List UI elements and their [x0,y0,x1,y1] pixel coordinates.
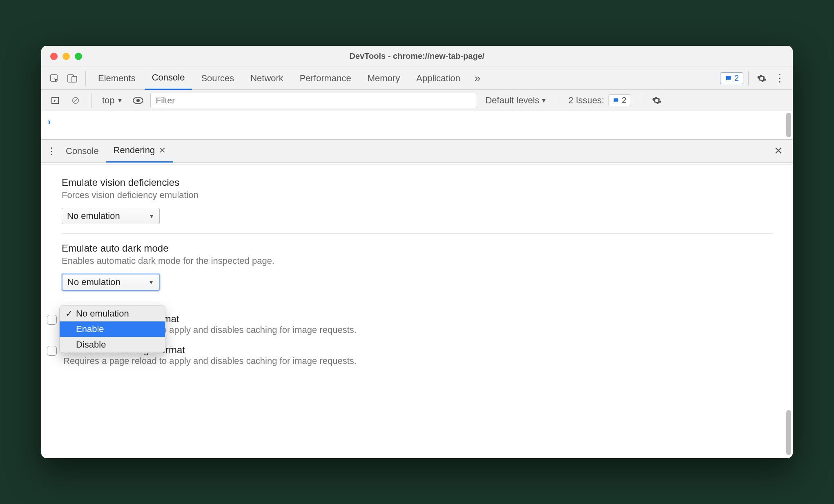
clear-console-icon[interactable] [67,92,84,109]
tab-memory[interactable]: Memory [360,67,407,90]
more-tabs-icon[interactable]: » [469,70,486,87]
section-image-formats: Disable AVIF image format Requires a pag… [62,300,772,379]
window-title: DevTools - chrome://new-tab-page/ [41,51,793,61]
console-prompt-icon: › [48,117,51,127]
tab-console[interactable]: Console [145,67,192,90]
device-toolbar-icon[interactable] [64,70,80,87]
console-sidebar-toggle-icon[interactable] [47,92,63,109]
log-levels-selector[interactable]: Default levels ▼ [481,95,551,106]
section-auto-dark-mode: Emulate auto dark mode Enables automatic… [62,234,772,300]
tab-performance[interactable]: Performance [292,67,359,90]
svg-line-5 [74,98,78,103]
drawer-tab-rendering[interactable]: Rendering ✕ [106,140,174,163]
live-expression-icon[interactable] [130,92,146,109]
separator [85,71,86,86]
drawer-tabstrip: ⋮ Console Rendering ✕ ✕ [41,140,793,163]
rendering-panel: Emulate vision deficiencies Forces visio… [41,163,793,458]
errors-count: 2 [734,74,739,83]
drawer-menu-icon[interactable]: ⋮ [45,145,58,157]
context-selector[interactable]: top ▼ [99,95,126,106]
tab-network[interactable]: Network [243,67,291,90]
chevron-down-icon: ▼ [117,97,123,104]
tab-elements[interactable]: Elements [91,67,143,90]
filter-input[interactable] [150,93,477,108]
chevron-down-icon: ▼ [148,279,154,285]
section-title: Emulate auto dark mode [62,243,772,254]
dropdown-option-no-emulation[interactable]: No emulation [60,306,165,321]
scrollbar-thumb[interactable] [786,410,791,455]
issues-link[interactable]: 2 Issues: 2 [566,94,633,106]
tab-application[interactable]: Application [409,67,468,90]
console-settings-icon[interactable] [649,96,665,105]
chevron-down-icon: ▼ [149,213,154,219]
dropdown-option-enable[interactable]: Enable [60,321,165,337]
chevron-down-icon: ▼ [541,97,547,104]
disable-webp-checkbox[interactable] [47,346,57,356]
svg-rect-2 [72,76,77,82]
vision-emulation-select[interactable]: No emulation ▼ [62,208,160,224]
section-desc: Forces vision deficiency emulation [62,190,772,201]
section-desc: Enables automatic dark mode for the insp… [62,256,772,266]
drawer-tab-console[interactable]: Console [58,140,106,163]
console-toolbar: top ▼ Default levels ▼ 2 Issues: 2 [41,90,793,111]
traffic-lights [41,53,82,60]
dark-mode-select[interactable]: No emulation ▼ [62,274,160,291]
close-drawer-icon[interactable]: ✕ [774,145,789,157]
close-window-button[interactable] [50,53,58,60]
separator [641,93,641,108]
titlebar: DevTools - chrome://new-tab-page/ [41,46,793,67]
tab-sources[interactable]: Sources [194,67,241,90]
separator [748,71,749,86]
main-tabstrip: Elements Console Sources Network Perform… [41,67,793,90]
svg-point-7 [136,99,140,102]
dropdown-option-disable[interactable]: Disable [60,337,165,352]
more-menu-icon[interactable]: ⋮ [772,72,788,85]
zoom-window-button[interactable] [75,53,82,60]
console-output[interactable]: › [41,111,793,140]
devtools-window: DevTools - chrome://new-tab-page/ Elemen… [41,46,793,458]
close-tab-icon[interactable]: ✕ [159,145,166,155]
minimize-window-button[interactable] [62,53,70,60]
separator [558,93,558,108]
errors-badge[interactable]: 2 [720,72,743,84]
section-vision-deficiencies: Emulate vision deficiencies Forces visio… [62,168,772,234]
separator [91,93,91,108]
dark-mode-dropdown: No emulation Enable Disable [59,306,165,353]
settings-icon[interactable] [754,74,770,83]
checkbox-desc: Requires a page reload to apply and disa… [63,356,357,366]
section-title: Emulate vision deficiencies [62,177,772,188]
scrollbar-thumb[interactable] [786,113,791,137]
disable-avif-checkbox[interactable] [47,315,57,325]
inspect-element-icon[interactable] [46,70,62,87]
